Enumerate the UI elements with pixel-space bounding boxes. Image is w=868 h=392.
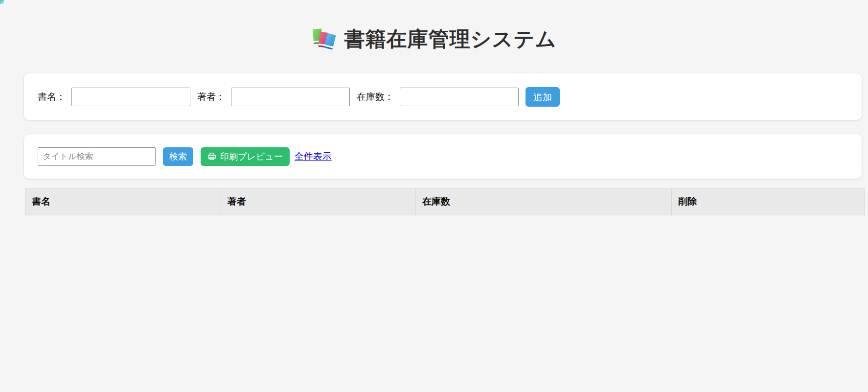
add-book-form: 書名： 著者： 在庫数： 追加	[24, 73, 862, 120]
title-search-input[interactable]	[38, 147, 156, 166]
show-all-link[interactable]: 全件表示	[295, 150, 332, 163]
search-section: 検索 印刷プレビュー 全件表示	[24, 134, 862, 179]
main-container: 書名： 著者： 在庫数： 追加 検索 印刷プレビュー 全件表示 書名	[24, 73, 862, 215]
corner-artifact	[0, 0, 4, 4]
page-title: 書籍在庫管理システム	[0, 25, 868, 53]
inventory-table: 書名 著者 在庫数 削除	[25, 188, 865, 215]
print-preview-label: 印刷プレビュー	[220, 151, 283, 162]
search-button[interactable]: 検索	[163, 147, 193, 166]
stock-label: 在庫数：	[357, 91, 394, 103]
author-input[interactable]	[231, 88, 350, 106]
column-header-book-title: 書名	[25, 188, 221, 215]
stock-input[interactable]	[400, 88, 519, 106]
page-title-text: 書籍在庫管理システム	[344, 25, 557, 53]
book-title-input[interactable]	[71, 88, 190, 106]
add-button[interactable]: 追加	[525, 87, 560, 107]
column-header-stock: 在庫数	[415, 188, 671, 215]
column-header-delete: 削除	[672, 188, 865, 215]
column-header-author: 著者	[221, 188, 415, 215]
inventory-table-header: 書名 著者 在庫数 削除	[25, 188, 865, 215]
table-header-row: 書名 著者 在庫数 削除	[25, 188, 865, 215]
print-preview-button[interactable]: 印刷プレビュー	[201, 147, 290, 166]
books-icon	[312, 28, 337, 50]
author-label: 著者：	[197, 91, 225, 103]
book-title-label: 書名：	[38, 91, 66, 103]
printer-icon	[207, 152, 216, 161]
